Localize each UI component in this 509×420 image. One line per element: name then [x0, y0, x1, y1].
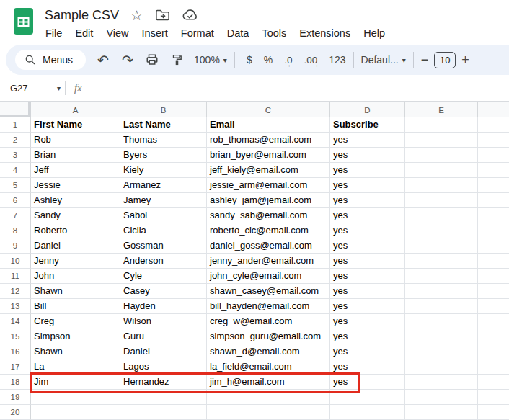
row-number-19[interactable]: 19 [0, 390, 31, 405]
row-number-2[interactable]: 2 [0, 133, 31, 148]
cell-B13[interactable]: Hayden [120, 299, 207, 314]
cell-F6[interactable] [478, 193, 509, 208]
name-box[interactable]: G27 ▾ [0, 83, 61, 94]
format-currency-button[interactable]: $ [247, 54, 252, 66]
cell-C7[interactable]: sandy_sab@email.com [207, 208, 330, 223]
decrease-decimal-button[interactable]: .0← [284, 55, 292, 66]
cell-A11[interactable]: John [31, 269, 120, 284]
cell-B1[interactable]: Last Name [120, 117, 207, 133]
cell-B14[interactable]: Wilson [120, 314, 207, 329]
print-icon[interactable] [143, 51, 161, 68]
cell-D5[interactable]: yes [330, 178, 405, 193]
cell-C12[interactable]: shawn_casey@email.com [207, 284, 330, 299]
cell-B11[interactable]: Cyle [120, 269, 207, 284]
row-number-17[interactable]: 17 [0, 359, 31, 375]
cell-A16[interactable]: Shawn [31, 344, 120, 359]
cell-E19[interactable] [405, 390, 478, 405]
paint-format-icon[interactable] [168, 51, 185, 68]
menus-search-button[interactable]: Menus [15, 50, 86, 70]
row-number-6[interactable]: 6 [0, 193, 31, 208]
cell-F19[interactable] [478, 390, 509, 405]
cell-A6[interactable]: Ashley [31, 193, 120, 208]
cell-E3[interactable] [405, 148, 478, 163]
cell-C20[interactable] [207, 405, 330, 420]
cell-E16[interactable] [405, 344, 478, 359]
cell-B6[interactable]: Jamey [120, 193, 207, 208]
cell-E18[interactable] [405, 375, 478, 390]
cell-D7[interactable]: yes [330, 208, 405, 223]
cell-D16[interactable]: yes [330, 344, 405, 359]
cell-E1[interactable] [405, 117, 478, 133]
cell-E4[interactable] [405, 163, 478, 178]
cell-D17[interactable]: yes [330, 359, 405, 375]
cell-E9[interactable] [405, 238, 478, 254]
row-number-7[interactable]: 7 [0, 208, 31, 223]
decrease-font-size-button[interactable]: − [421, 53, 429, 68]
increase-font-size-button[interactable]: + [461, 53, 469, 68]
cell-D15[interactable]: yes [330, 329, 405, 344]
cell-C3[interactable]: brian_byer@email.com [207, 148, 330, 163]
menu-view[interactable]: View [99, 25, 135, 43]
cell-C8[interactable]: roberto_cic@email.com [207, 223, 330, 238]
cell-B15[interactable]: Guru [120, 329, 207, 344]
menu-data[interactable]: Data [221, 25, 256, 43]
cell-E10[interactable] [405, 254, 478, 269]
cell-B3[interactable]: Byers [120, 148, 207, 163]
cell-A1[interactable]: First Name [31, 117, 120, 133]
menu-extensions[interactable]: Extensions [293, 25, 357, 43]
menu-tools[interactable]: Tools [255, 25, 293, 43]
cell-C18[interactable]: jim_h@email.com [207, 375, 330, 390]
cell-F1[interactable] [478, 117, 509, 133]
sheets-logo-icon[interactable] [12, 7, 35, 37]
row-number-14[interactable]: 14 [0, 314, 31, 329]
cell-D18[interactable]: yes [330, 375, 405, 390]
cell-F11[interactable] [478, 269, 509, 284]
increase-decimal-button[interactable]: .00→ [304, 55, 317, 66]
row-number-4[interactable]: 4 [0, 163, 31, 178]
cell-D8[interactable]: yes [330, 223, 405, 238]
cell-A13[interactable]: Bill [31, 299, 120, 314]
cell-B12[interactable]: Casey [120, 284, 207, 299]
cell-F20[interactable] [478, 405, 509, 420]
cell-C16[interactable]: shawn_d@email.com [207, 344, 330, 359]
cell-F12[interactable] [478, 284, 509, 299]
cloud-saved-icon[interactable] [182, 9, 198, 21]
column-header-c[interactable]: C [207, 102, 330, 118]
cell-E11[interactable] [405, 269, 478, 284]
menu-help[interactable]: Help [357, 25, 391, 43]
cell-F5[interactable] [478, 178, 509, 193]
row-number-3[interactable]: 3 [0, 148, 31, 163]
column-header-partial[interactable] [478, 102, 509, 118]
cell-D9[interactable]: yes [330, 238, 405, 254]
cell-C11[interactable]: john_cyle@email.com [207, 269, 330, 284]
cell-D20[interactable] [330, 405, 405, 420]
column-header-a[interactable]: A [31, 102, 120, 118]
cell-B17[interactable]: Lagos [120, 359, 207, 375]
cell-B19[interactable] [120, 390, 207, 405]
cell-D1[interactable]: Subscribe [330, 117, 405, 133]
cell-C14[interactable]: creg_w@email.com [207, 314, 330, 329]
row-number-16[interactable]: 16 [0, 344, 31, 359]
cell-D10[interactable]: yes [330, 254, 405, 269]
row-number-15[interactable]: 15 [0, 329, 31, 344]
cell-E14[interactable] [405, 314, 478, 329]
cell-A5[interactable]: Jessie [31, 178, 120, 193]
move-to-folder-icon[interactable] [156, 9, 169, 21]
formula-input[interactable] [81, 75, 509, 101]
cell-E15[interactable] [405, 329, 478, 344]
cell-C13[interactable]: bill_hayden@email.com [207, 299, 330, 314]
cell-E2[interactable] [405, 133, 478, 148]
cell-F13[interactable] [478, 299, 509, 314]
cell-A17[interactable]: La [31, 359, 120, 375]
cell-B2[interactable]: Thomas [120, 133, 207, 148]
cell-F9[interactable] [478, 238, 509, 254]
cell-D2[interactable]: yes [330, 133, 405, 148]
cell-C5[interactable]: jessie_arm@email.com [207, 178, 330, 193]
cell-A4[interactable]: Jeff [31, 163, 120, 178]
cell-F18[interactable] [478, 375, 509, 390]
format-percent-button[interactable]: % [264, 54, 273, 66]
cell-B4[interactable]: Kiely [120, 163, 207, 178]
cell-C9[interactable]: daniel_goss@email.com [207, 238, 330, 254]
cell-A9[interactable]: Daniel [31, 238, 120, 254]
menu-edit[interactable]: Edit [68, 25, 99, 43]
